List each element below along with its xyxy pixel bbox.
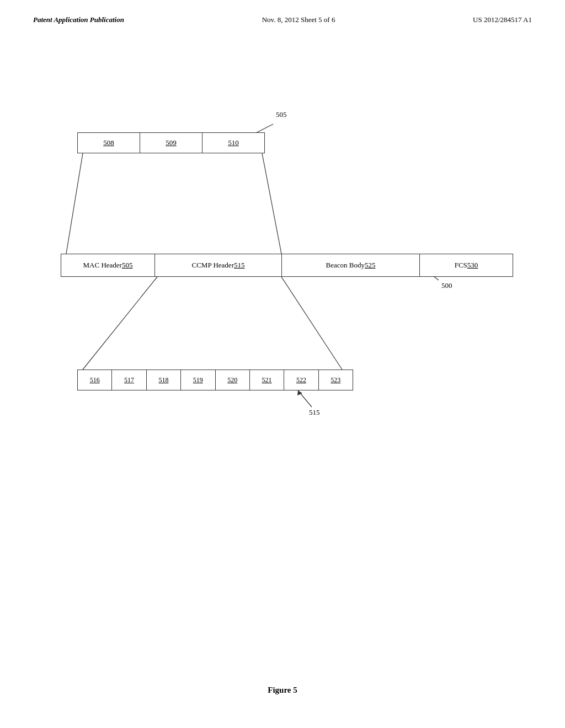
bottom-cell-520: 520 bbox=[216, 370, 250, 390]
header-center: Nov. 8, 2012 Sheet 5 of 6 bbox=[262, 15, 335, 24]
label-505: 505 bbox=[276, 110, 287, 119]
figure-area: 505 508 509 510 MAC Header 505 CCMP Head… bbox=[33, 77, 532, 662]
main-packet-row: MAC Header 505 CCMP Header 515 Beacon Bo… bbox=[61, 254, 513, 277]
svg-marker-9 bbox=[297, 390, 302, 395]
bottom-cell-519: 519 bbox=[181, 370, 215, 390]
cell-ccmp-header: CCMP Header 515 bbox=[155, 254, 282, 276]
cell-fcs: FCS 530 bbox=[420, 254, 513, 276]
bottom-detail-row: 516 517 518 519 520 521 522 523 bbox=[77, 370, 353, 390]
svg-line-3 bbox=[262, 153, 281, 254]
bottom-cell-522: 522 bbox=[284, 370, 318, 390]
bottom-cell-517: 517 bbox=[112, 370, 146, 390]
bottom-cell-516: 516 bbox=[78, 370, 112, 390]
svg-line-2 bbox=[66, 153, 83, 254]
top-box: 508 509 510 bbox=[77, 132, 265, 153]
svg-line-6 bbox=[83, 277, 157, 370]
svg-line-7 bbox=[281, 277, 342, 370]
label-500: 500 bbox=[441, 281, 452, 290]
bottom-cell-523: 523 bbox=[319, 370, 353, 390]
bottom-cell-521: 521 bbox=[250, 370, 284, 390]
top-box-cell-509: 509 bbox=[140, 133, 202, 153]
top-box-cell-508: 508 bbox=[78, 133, 140, 153]
cell-beacon-body: Beacon Body 525 bbox=[282, 254, 420, 276]
top-box-cell-510: 510 bbox=[202, 133, 264, 153]
header-right: US 2012/284517 A1 bbox=[473, 15, 532, 24]
bottom-cell-518: 518 bbox=[147, 370, 181, 390]
header-left: Patent Application Publication bbox=[33, 15, 124, 24]
cell-mac-header: MAC Header 505 bbox=[61, 254, 155, 276]
svg-line-8 bbox=[298, 390, 312, 407]
figure-caption: Figure 5 bbox=[0, 686, 565, 695]
label-515: 515 bbox=[309, 408, 320, 417]
